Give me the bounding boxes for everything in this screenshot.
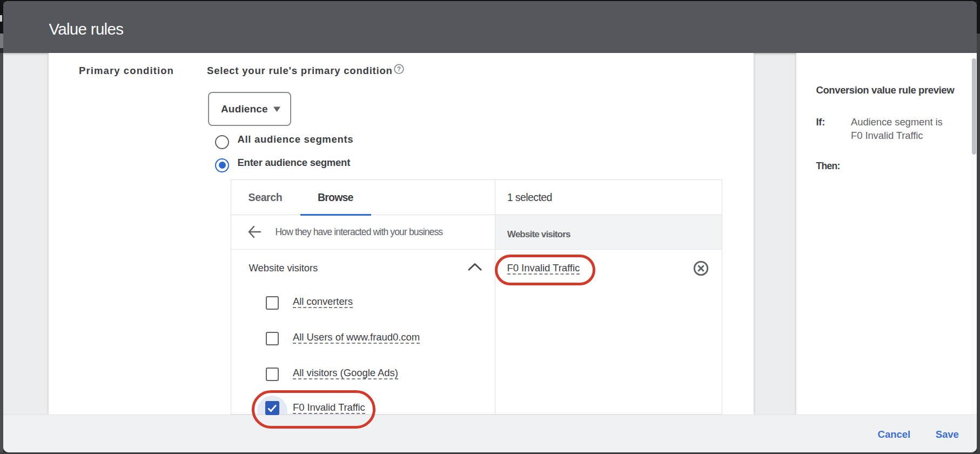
svg-text:?: ? (397, 65, 401, 73)
